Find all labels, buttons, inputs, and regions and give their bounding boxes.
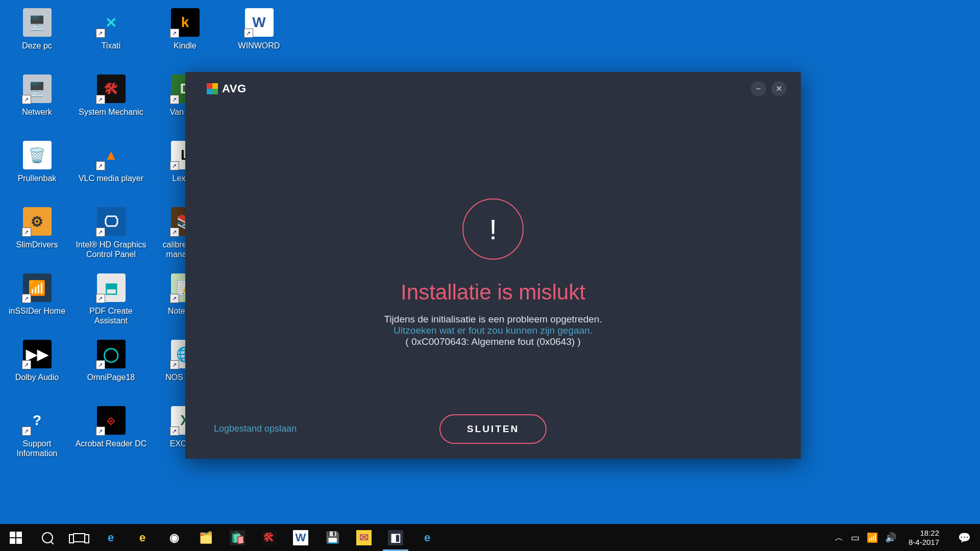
- error-code: ( 0xC0070643: Algemene fout (0x0643) ): [405, 336, 580, 347]
- shortcut-overlay-icon: ↗: [96, 161, 105, 170]
- desktop-icon-label: Prullenbak: [18, 173, 57, 183]
- desktop-icon-label: WINWORD: [238, 41, 280, 51]
- avg-installer-dialog: AVG – ✕ ! Installatie is mislukt Tijdens…: [185, 72, 801, 459]
- search-button[interactable]: [32, 524, 63, 551]
- shortcut-overlay-icon: ↗: [22, 228, 31, 237]
- desktop-icon-label: System Mechanic: [79, 107, 143, 117]
- task-view-icon: [73, 533, 85, 542]
- desktop-icon-label: inSSIDer Home: [9, 306, 65, 316]
- battery-icon[interactable]: ▭: [851, 532, 860, 543]
- error-title: Installatie is mislukt: [401, 280, 585, 305]
- desktop-icon-network[interactable]: 🖥️↗Netwerk: [0, 70, 74, 137]
- start-button[interactable]: [0, 524, 32, 551]
- ie2-icon: e: [420, 530, 435, 545]
- desktop-icon-label: Support Information: [2, 439, 73, 458]
- desktop-icon-label: SlimDrivers: [16, 240, 58, 249]
- shortcut-overlay-icon: ↗: [22, 360, 31, 369]
- desktop-icon-support[interactable]: ?↗Support Information: [0, 402, 74, 468]
- avg-logo-icon: [207, 83, 218, 94]
- taskbar-app-chrome[interactable]: ◉: [158, 524, 190, 551]
- action-center-button[interactable]: 💬: [951, 524, 977, 551]
- store-icon: 🛍️: [230, 530, 245, 545]
- avg-logo-text: AVG: [222, 82, 247, 95]
- close-button[interactable]: SLUITEN: [439, 414, 547, 444]
- windows-logo-icon: [10, 532, 22, 544]
- system-tray: ︿ ▭ 📶 🔊 18:22 8-4-2017 💬: [835, 524, 980, 551]
- shortcut-overlay-icon: ↗: [170, 95, 179, 104]
- taskbar-app-avg[interactable]: ◧: [380, 524, 411, 551]
- save-log-link[interactable]: Logbestand opslaan: [214, 423, 297, 434]
- shortcut-overlay-icon: ↗: [170, 228, 179, 237]
- volume-icon[interactable]: 🔊: [885, 532, 896, 543]
- shortcut-overlay-icon: ↗: [170, 294, 179, 303]
- shortcut-overlay-icon: ↗: [170, 360, 179, 369]
- floppy-icon: 💾: [325, 530, 340, 545]
- taskbar-app-store[interactable]: 🛍️: [222, 524, 253, 551]
- taskbar-app-edge[interactable]: e: [95, 524, 127, 551]
- clock[interactable]: 18:22 8-4-2017: [903, 529, 944, 547]
- avg-logo: AVG: [207, 82, 247, 95]
- desktop-icon-pdfcreate[interactable]: ⬒↗PDF Create Assistant: [74, 269, 148, 336]
- desktop-icon-inssider[interactable]: 📶↗inSSIDer Home: [0, 269, 74, 336]
- desktop-icon-label: Kindle: [174, 41, 196, 51]
- taskbar-app-ie2[interactable]: e: [411, 524, 443, 551]
- clock-date: 8-4-2017: [909, 538, 939, 547]
- desktop-icon-word[interactable]: W↗WINWORD: [222, 4, 296, 70]
- desktop-icon-label: Deze pc: [22, 41, 52, 51]
- avg-icon: ◧: [388, 530, 403, 545]
- clock-time: 18:22: [909, 529, 939, 538]
- shortcut-overlay-icon: ↗: [96, 360, 105, 369]
- shortcut-overlay-icon: ↗: [96, 95, 105, 104]
- wifi-icon[interactable]: 📶: [867, 532, 878, 543]
- desktop-icon-label: Dolby Audio: [15, 372, 59, 382]
- close-window-button[interactable]: ✕: [771, 81, 787, 96]
- sysmech-icon: 🛠: [261, 530, 277, 545]
- desktop-icon-tixati[interactable]: ✕↗Tixati: [74, 4, 148, 70]
- taskbar-app-floppy[interactable]: 💾: [316, 524, 348, 551]
- shortcut-overlay-icon: ↗: [22, 427, 31, 436]
- desktop-icon-monitor[interactable]: 🖥️Deze pc: [0, 4, 74, 70]
- tray-chevron-up-icon[interactable]: ︿: [835, 532, 844, 544]
- shortcut-overlay-icon: ↗: [96, 294, 105, 303]
- shortcut-overlay-icon: ↗: [22, 294, 31, 303]
- shortcut-overlay-icon: ↗: [170, 427, 179, 436]
- edge-icon: e: [103, 530, 118, 545]
- desktop-icon-label: PDF Create Assistant: [76, 306, 147, 325]
- desktop-icon-label: Tixati: [102, 41, 121, 51]
- error-subtitle: Tijdens de initialisatie is een probleem…: [384, 314, 602, 325]
- desktop-icon-label: Intel® HD Graphics Control Panel: [76, 240, 147, 259]
- task-view-button[interactable]: [63, 524, 95, 551]
- desktop-icon-intel[interactable]: 🖵↗Intel® HD Graphics Control Panel: [74, 203, 148, 269]
- taskbar-app-sysmech[interactable]: 🛠: [253, 524, 285, 551]
- minimize-button[interactable]: –: [751, 81, 766, 96]
- taskbar-app-outlook[interactable]: ✉: [348, 524, 380, 551]
- recycle-bin-icon: 🗑️: [23, 141, 52, 169]
- desktop-icon-sysmech[interactable]: 🛠↗System Mechanic: [74, 70, 148, 137]
- desktop-icon-label: Netwerk: [22, 107, 52, 117]
- desktop-icon-vlc[interactable]: ▲↗VLC media player: [74, 137, 148, 203]
- taskbar-app-file-explorer[interactable]: 🗂️: [190, 524, 222, 551]
- shortcut-overlay-icon: ↗: [96, 228, 105, 237]
- ie-icon: e: [135, 530, 150, 545]
- desktop-icon-slimdrivers[interactable]: ⚙↗SlimDrivers: [0, 203, 74, 269]
- desktop-icon-label: OmniPage18: [87, 372, 135, 382]
- desktop-icon-recycle-bin[interactable]: 🗑️Prullenbak: [0, 137, 74, 203]
- taskbar-app-ie[interactable]: e: [127, 524, 158, 551]
- shortcut-overlay-icon: ↗: [96, 427, 105, 436]
- notification-icon: 💬: [958, 532, 971, 544]
- search-icon: [42, 532, 53, 543]
- outlook-icon: ✉: [356, 530, 372, 545]
- desktop-icon-dolby[interactable]: ▶▶↗Dolby Audio: [0, 336, 74, 402]
- shortcut-overlay-icon: ↗: [170, 161, 179, 170]
- taskbar-app-word[interactable]: W: [285, 524, 316, 551]
- desktop-icon-kindle[interactable]: k↗Kindle: [148, 4, 222, 70]
- shortcut-overlay-icon: ↗: [96, 29, 105, 38]
- chrome-icon: ◉: [166, 530, 182, 545]
- file-explorer-icon: 🗂️: [198, 530, 213, 545]
- desktop-icon-acrobat[interactable]: ⟐↗Acrobat Reader DC: [74, 402, 148, 468]
- shortcut-overlay-icon: ↗: [170, 29, 179, 38]
- error-help-link[interactable]: Uitzoeken wat er fout zou kunnen zijn ge…: [394, 325, 593, 336]
- desktop-icon-label: VLC media player: [79, 173, 143, 183]
- desktop-icon-label: Acrobat Reader DC: [76, 439, 147, 448]
- desktop-icon-omnipage[interactable]: ◯↗OmniPage18: [74, 336, 148, 402]
